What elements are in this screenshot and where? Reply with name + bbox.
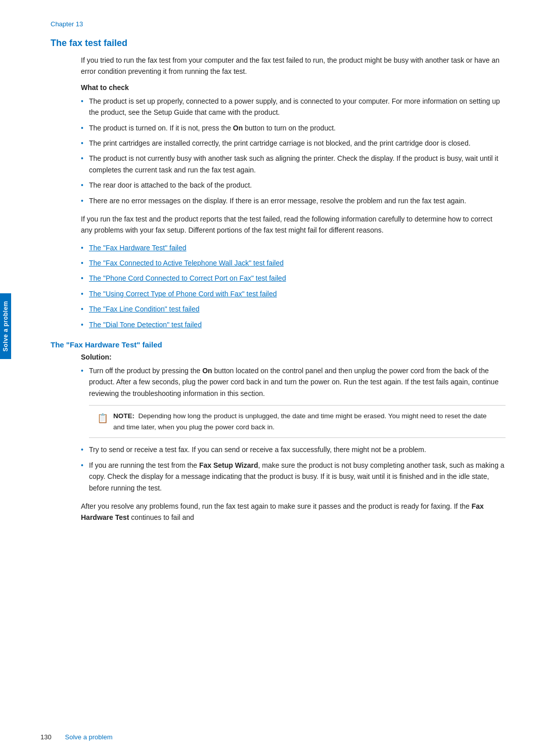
footer-section-label: Solve a problem [65,733,113,741]
footer-page-number: 130 [40,733,52,741]
sidebar: Solve a problem [0,293,11,359]
list-item-link[interactable]: The "Fax Line Condition" test failed [81,303,506,315]
what-to-check-list: The product is set up properly, connecte… [81,96,506,206]
list-item: The product is set up properly, connecte… [81,96,506,118]
mid-paragraph: If you run the fax test and the product … [81,213,506,236]
list-item: Turn off the product by pressing the On … [81,365,506,438]
list-item: The product is not currently busy with a… [81,153,506,175]
fax-hardware-test-link[interactable]: The "Fax Hardware Test" failed [89,244,187,252]
list-item: If you are running the test from the Fax… [81,460,506,494]
note-box: 📋 NOTE: Depending how long the product i… [89,405,506,438]
phone-cord-port-link[interactable]: The "Phone Cord Connected to Correct Por… [89,274,286,282]
chapter-label: Chapter 13 [51,20,506,28]
footer-separator [56,733,61,741]
links-list: The "Fax Hardware Test" failed The "Fax … [81,242,506,330]
section-title: The fax test failed [51,38,506,49]
closing-paragraph: After you resolve any problems found, ru… [81,501,506,523]
list-item-link[interactable]: The "Dial Tone Detection" test failed [81,319,506,330]
solution-label: Solution: [81,353,506,361]
solution-list: Turn off the product by pressing the On … [81,365,506,494]
list-item: The product is turned on. If it is not, … [81,122,506,134]
list-item: The print cartridges are installed corre… [81,138,506,149]
fax-line-condition-link[interactable]: The "Fax Line Condition" test failed [89,305,200,313]
what-to-check-label: What to check [81,83,506,92]
list-item: There are no error messages on the displ… [81,195,506,206]
sidebar-label: Solve a problem [2,301,9,351]
phone-cord-type-link[interactable]: The "Using Correct Type of Phone Cord wi… [89,290,277,298]
list-item: Try to send or receive a test fax. If yo… [81,444,506,455]
list-item-link[interactable]: The "Fax Connected to Active Telephone W… [81,257,506,269]
note-icon: 📋 [97,411,108,426]
hardware-test-title: The "Fax Hardware Test" failed [51,340,506,349]
list-item: The rear door is attached to the back of… [81,180,506,191]
list-item-link[interactable]: The "Phone Cord Connected to Correct Por… [81,273,506,284]
fax-connected-link[interactable]: The "Fax Connected to Active Telephone W… [89,259,284,267]
intro-paragraph: If you tried to run the fax test from yo… [81,55,506,77]
list-item-link[interactable]: The "Using Correct Type of Phone Cord wi… [81,288,506,299]
footer: 130 Solve a problem [40,733,506,741]
list-item-link[interactable]: The "Fax Hardware Test" failed [81,242,506,253]
dial-tone-detection-link[interactable]: The "Dial Tone Detection" test failed [89,321,202,329]
note-text: NOTE: Depending how long the product is … [113,411,497,432]
